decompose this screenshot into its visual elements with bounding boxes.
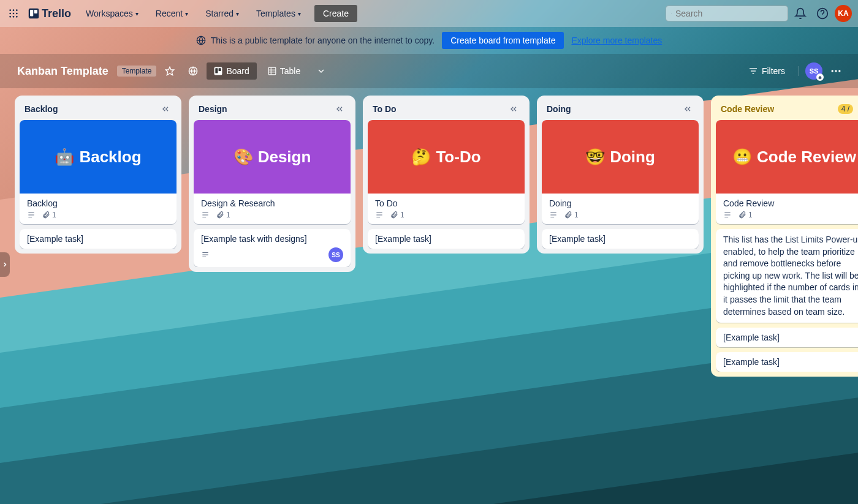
svg-rect-22 [219,68,221,71]
collapse-list-icon[interactable] [159,103,172,115]
svg-point-30 [832,70,833,72]
recent-menu[interactable]: Recent▾ [148,5,196,22]
public-icon[interactable] [183,61,203,81]
list: Doing🤓DoingDoing1[Example task] [537,96,704,254]
list-title[interactable]: Design [199,104,227,114]
help-icon[interactable] [813,4,832,23]
globe-icon [196,36,206,45]
templates-menu[interactable]: Templates▾ [249,5,308,22]
table-view-button[interactable]: Table [260,62,308,80]
svg-point-4 [13,13,15,15]
card-cover: 🤓Doing [542,120,699,194]
card-member-avatar[interactable]: SS [328,247,343,262]
card-title: [Example task] [723,357,858,367]
svg-marker-17 [166,67,174,75]
card-badges: 1 [27,211,169,219]
star-icon[interactable] [160,61,180,81]
card-cover: 😬Code Review [716,120,858,194]
banner-info: This is a public template for anyone on … [196,36,435,45]
card-badges: 1 [549,211,691,219]
card-cover: 🤔To-Do [368,120,525,194]
board-menu-icon[interactable] [826,61,846,81]
svg-point-12 [671,13,672,14]
card-title: [Example task with designs] [201,234,343,244]
expand-sidebar-tab[interactable] [0,252,10,277]
card-badges: 1 [375,211,517,219]
list-title[interactable]: Code Review [721,104,774,114]
logo-text: Trello [42,7,71,20]
card-description: This list has the List Limits Power-up e… [723,234,858,318]
svg-rect-11 [34,10,37,13]
card-title: Doing [549,198,691,208]
card-badges: 1 [201,211,343,219]
description-icon [723,211,732,219]
trello-logo[interactable]: Trello [23,5,76,23]
board-view-button[interactable]: Board [207,62,256,80]
card[interactable]: 🎨DesignDesign & Research1 [194,120,351,224]
card[interactable]: [Example task] [716,352,858,372]
svg-point-32 [838,70,840,72]
list-header: To Do [368,100,525,120]
card[interactable]: [Example task] [716,328,858,347]
card-title: [Example task] [549,234,691,244]
svg-point-0 [9,9,11,11]
card-title: Design & Research [201,198,343,208]
attachment-badge: 1 [564,211,579,219]
card[interactable]: 🤔To-DoTo Do1 [368,120,525,224]
list-header: Backlog [20,100,177,120]
collapse-list-icon[interactable] [333,103,346,115]
card[interactable]: [Example task] [368,229,525,249]
create-button[interactable]: Create [314,5,357,22]
card[interactable]: [Example task] [20,229,177,249]
explore-templates-link[interactable]: Explore more templates [571,36,662,45]
search-icon [671,9,672,18]
card[interactable]: This list has the List Limits Power-up e… [716,229,858,323]
card-title: [Example task] [723,333,858,342]
card-title: [Example task] [27,234,169,244]
board-canvas[interactable]: Backlog🤖BacklogBacklog1[Example task]Des… [0,88,858,504]
filters-button[interactable]: Filters [741,62,792,80]
description-icon [375,211,384,219]
divider [799,66,799,76]
chevron-down-icon: ▾ [135,10,139,17]
list-title[interactable]: Backlog [25,104,58,114]
card[interactable]: 🤖BacklogBacklog1 [20,120,177,224]
description-icon [201,211,210,219]
starred-menu[interactable]: Starred▾ [198,5,246,22]
customize-views-icon[interactable] [311,61,331,81]
list-header: Design [194,100,351,120]
collapse-list-icon[interactable] [856,103,858,115]
notifications-icon[interactable] [791,4,810,23]
search-input[interactable] [666,6,788,21]
description-icon [27,211,36,219]
chevron-down-icon: ▾ [236,10,239,17]
list: Design🎨DesignDesign & Research1[Example … [189,96,355,272]
user-avatar[interactable]: KA [835,5,852,22]
collapse-list-icon[interactable] [681,103,694,115]
description-icon [201,250,210,259]
create-from-template-button[interactable]: Create board from template [442,32,564,49]
list-title[interactable]: Doing [547,104,571,114]
apps-switcher-icon[interactable] [6,6,21,21]
svg-point-31 [835,70,837,72]
svg-point-8 [16,16,18,18]
list-title[interactable]: To Do [373,104,397,114]
card[interactable]: [Example task with designs]SS [194,229,351,267]
svg-rect-23 [268,67,276,75]
chevron-down-icon: ▾ [298,10,301,17]
board-member-avatar[interactable]: SS [805,62,822,80]
attachment-badge: 1 [42,211,56,219]
card-cover: 🤖Backlog [20,120,177,194]
attachment-badge: 1 [216,211,230,219]
board-title[interactable]: Kanban Template [12,62,113,80]
card[interactable]: 🤓DoingDoing1 [542,120,699,224]
list: To Do🤔To-DoTo Do1[Example task] [363,96,530,254]
card[interactable]: 😬Code ReviewCode Review1 [716,120,858,224]
board-header: Kanban Template Template Board Table Fil… [0,54,858,88]
card[interactable]: [Example task] [542,229,699,249]
workspaces-menu[interactable]: Workspaces▾ [78,5,146,22]
collapse-list-icon[interactable] [507,103,520,115]
description-icon [549,211,558,219]
card-title: Code Review [723,198,858,208]
svg-point-2 [16,9,18,11]
